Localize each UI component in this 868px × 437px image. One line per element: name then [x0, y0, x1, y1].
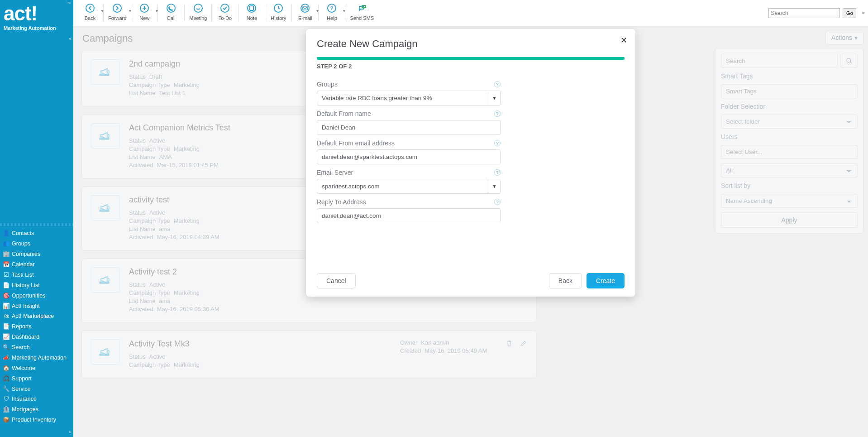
nav-item-companies[interactable]: 🏢Companies [0, 249, 73, 259]
nav-item-marketing-automation[interactable]: 📣Marketing Automation [0, 352, 73, 363]
nav-item-history-list[interactable]: 📄History List [0, 280, 73, 290]
people-icon: 👥 [4, 240, 9, 247]
toolbar-expand-icon[interactable]: » [862, 10, 864, 15]
toolbar-back-button[interactable]: Back▼ [77, 0, 103, 23]
nav-item-act-marketplace[interactable]: 🛍Act! Marketplace [0, 311, 73, 321]
nav-item-welcome[interactable]: 🏠Welcome [0, 363, 73, 373]
logo-subtitle: Marketing Automation [4, 25, 70, 31]
reply-to-input[interactable] [317, 208, 501, 223]
toolbar-label: New [139, 15, 149, 21]
from-name-label: Default From name [317, 110, 371, 117]
toolbar-label: Note [247, 15, 257, 21]
global-search-go-button[interactable]: Go [843, 8, 856, 18]
bank-icon: 🏦 [4, 406, 9, 413]
gauge-icon: 📈 [4, 333, 9, 340]
sidebar-collapse-icon[interactable]: « [0, 35, 73, 44]
logo-word: act! [4, 5, 70, 23]
nav-item-groups[interactable]: 👥Groups [0, 238, 73, 249]
modal-footer: Cancel Back Create [317, 223, 625, 288]
nav-item-reports[interactable]: 📑Reports [0, 321, 73, 331]
nav-item-search[interactable]: 🔍Search [0, 342, 73, 352]
from-email-label: Default From email address [317, 139, 395, 147]
nav-label: Insurance [12, 396, 37, 402]
nav-label: Support [12, 375, 32, 382]
nav-item-insurance[interactable]: 🛡Insurance [0, 394, 73, 404]
sidebar-expand-icon[interactable]: » [0, 428, 73, 437]
nav-item-opportunities[interactable]: 🎯Opportunities [0, 290, 73, 301]
from-email-input[interactable] [317, 149, 501, 164]
modal-progress-bar [317, 57, 625, 60]
target-icon: 🎯 [4, 292, 9, 299]
toolbar-send-sms-button[interactable]: Send SMS [345, 0, 378, 23]
toolbar-label: Back [85, 15, 95, 21]
nav-item-mortgages[interactable]: 🏦Mortgages [0, 404, 73, 414]
e-mail-icon [300, 3, 310, 14]
from-name-input[interactable] [317, 120, 501, 135]
modal-create-button[interactable]: Create [587, 273, 625, 288]
svg-point-0 [86, 4, 94, 12]
email-server-select[interactable] [317, 179, 501, 194]
toolbar-label: Help [327, 15, 337, 21]
toolbar-meeting-button[interactable]: Meeting [185, 0, 211, 23]
home-icon: 🏠 [4, 365, 9, 371]
nav-label: Opportunities [12, 293, 45, 299]
report-icon: 📑 [4, 323, 9, 330]
email-server-help-icon[interactable]: ? [494, 169, 501, 176]
person-icon: 👤 [4, 230, 9, 236]
groups-help-icon[interactable]: ? [494, 81, 501, 87]
svg-point-5 [221, 4, 229, 12]
global-search-input[interactable] [768, 8, 840, 18]
nav-item-calendar[interactable]: 📅Calendar [0, 259, 73, 269]
content: Campaigns 2nd campaignStatusDraftCampaig… [73, 26, 868, 437]
nav-item-act-insight[interactable]: 📊Act! Insight [0, 301, 73, 311]
toolbar-label: History [271, 15, 286, 21]
toolbar-forward-button[interactable]: Forward▼ [104, 0, 131, 23]
toolbar-note-button[interactable]: Note [238, 0, 265, 23]
modal-back-button[interactable]: Back [549, 273, 582, 288]
nav-label: Reports [12, 323, 32, 330]
nav-label: Calendar [12, 261, 35, 268]
toolbar-right: Go » [768, 8, 864, 18]
email-server-label: Email Server [317, 169, 353, 176]
megaphone-icon: 📣 [4, 354, 9, 361]
toolbar-to-do-button[interactable]: To-Do [212, 0, 238, 23]
toolbar-label: Forward [108, 15, 126, 21]
from-email-help-icon[interactable]: ? [494, 140, 501, 146]
nav-label: Contacts [12, 230, 34, 236]
nav-label: Welcome [12, 365, 35, 371]
modal-cancel-button[interactable]: Cancel [317, 273, 356, 288]
toolbar-new-button[interactable]: New▼ [131, 0, 157, 23]
note-icon: 📄 [4, 282, 9, 288]
nav-item-product-inventory[interactable]: 📦Product Inventory [0, 414, 73, 425]
toolbar-label: Send SMS [350, 15, 374, 21]
nav-item-task-list[interactable]: ☑Task List [0, 269, 73, 280]
toolbar-history-button[interactable]: History [265, 0, 291, 23]
toolbar-e-mail-button[interactable]: E-mail▼ [292, 0, 318, 23]
new-icon [139, 3, 150, 14]
toolbar-help-button[interactable]: ?Help▼ [319, 0, 345, 23]
meeting-icon [193, 3, 204, 14]
forward-icon [112, 3, 123, 14]
from-name-help-icon[interactable]: ? [494, 110, 501, 117]
groups-select[interactable] [317, 91, 501, 106]
back-icon [85, 3, 95, 14]
to-do-icon [219, 3, 230, 14]
nav-item-contacts[interactable]: 👤Contacts [0, 228, 73, 238]
reply-to-help-icon[interactable]: ? [494, 199, 501, 205]
nav-item-service[interactable]: 🔧Service [0, 384, 73, 394]
toolbar-call-button[interactable]: Call [158, 0, 184, 23]
nav-label: Act! Marketplace [12, 313, 54, 319]
nav-item-dashboard[interactable]: 📈Dashboard [0, 331, 73, 342]
logo-trademark: ™ [67, 3, 71, 5]
nav-label: Dashboard [12, 334, 39, 340]
call-icon [166, 3, 176, 14]
nav-label: Search [12, 344, 30, 351]
modal-form: Groups ? ▼ Default From name ? Default F… [317, 76, 501, 223]
sidebar: ™ act! Marketing Automation « 👤Contacts👥… [0, 0, 73, 437]
modal-close-icon[interactable]: ✕ [620, 35, 627, 45]
nav-item-support[interactable]: 🎧Support [0, 373, 73, 384]
reply-to-label: Reply To Address [317, 198, 366, 206]
toolbar-left: Back▼Forward▼New▼CallMeetingTo-DoNoteHis… [77, 0, 378, 26]
send sms-icon [357, 3, 367, 14]
history-icon [273, 3, 284, 14]
